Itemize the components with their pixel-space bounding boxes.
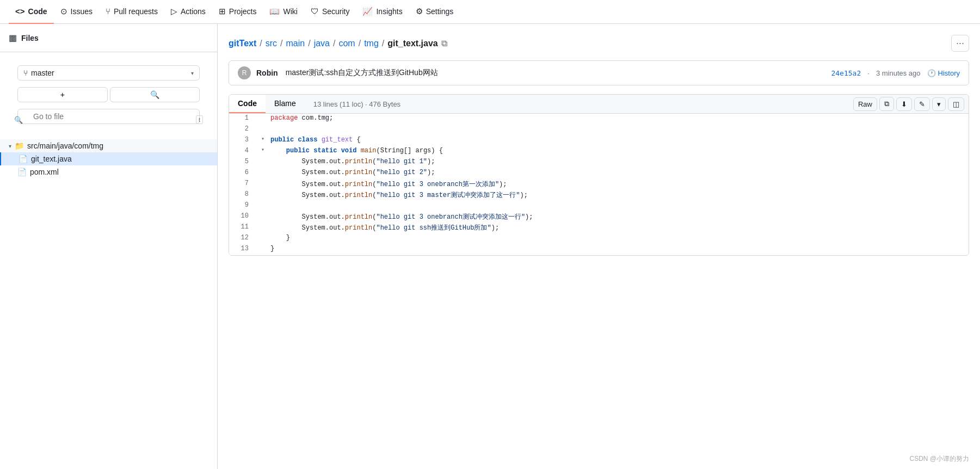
nav-wiki[interactable]: 📖 Wiki	[263, 0, 304, 24]
line-code-12: }	[268, 233, 969, 242]
breadcrumb-main[interactable]: main	[286, 39, 305, 48]
breadcrumb-sep-3: /	[308, 39, 310, 48]
line-code-8: System.out.println("hello git 3 master测试…	[268, 190, 969, 200]
folder-label: src/main/java/com/tmg	[27, 141, 103, 150]
line-number-12[interactable]: 12	[229, 233, 257, 242]
code-viewer: Code Blame 13 lines (11 loc) · 476 Bytes…	[229, 94, 969, 256]
code-line-13: 13 }	[229, 244, 969, 255]
line-number-13[interactable]: 13	[229, 244, 257, 252]
line-number-1[interactable]: 1	[229, 114, 257, 122]
nav-issues-label: Issues	[71, 7, 93, 16]
tree-file-pom[interactable]: 📄 pom.xml	[0, 165, 217, 178]
code-line-5: 5 System.out.println("hello git 1");	[229, 157, 969, 168]
code-line-6: 6 System.out.println("hello git 2");	[229, 168, 969, 179]
line-code-1: package com.tmg;	[268, 114, 969, 122]
sidebar: ▦ Files ⑂ master ▾ + 🔍 🔍 t	[0, 24, 218, 469]
breadcrumb-tmg[interactable]: tmg	[364, 39, 379, 48]
symbols-button[interactable]: ◫	[948, 97, 964, 111]
line-collapse-4[interactable]: ▾	[257, 146, 268, 153]
code-line-1: 1 package com.tmg;	[229, 114, 969, 125]
code-line-2: 2	[229, 125, 969, 135]
commit-time: 3 minutes ago	[876, 69, 921, 77]
history-button[interactable]: 🕐 History	[927, 69, 960, 77]
branch-name: master	[31, 69, 54, 77]
tree-file-git-text[interactable]: 📄 git_text.java	[0, 152, 217, 165]
line-number-6[interactable]: 6	[229, 168, 257, 176]
commit-author[interactable]: Robin	[256, 69, 278, 77]
history-label: History	[938, 69, 960, 77]
breadcrumb: gitText / src / main / java / com / tmg …	[229, 35, 969, 52]
actions-icon: ▷	[171, 7, 177, 16]
breadcrumb-file: git_text.java	[387, 39, 437, 48]
line-number-4[interactable]: 4	[229, 146, 257, 155]
breadcrumb-src[interactable]: src	[266, 39, 277, 48]
breadcrumb-sep-2: /	[280, 39, 282, 48]
add-file-button[interactable]: +	[17, 87, 108, 102]
line-number-7[interactable]: 7	[229, 179, 257, 187]
line-number-9[interactable]: 9	[229, 201, 257, 209]
search-file-input[interactable]	[17, 109, 200, 124]
commit-right: 24e15a2 · 3 minutes ago 🕐 History	[831, 69, 960, 77]
line-code-7: System.out.println("hello git 3 onebranc…	[268, 179, 969, 189]
line-number-11[interactable]: 11	[229, 223, 257, 231]
settings-icon: ⚙	[416, 7, 423, 16]
nav-actions-label: Actions	[181, 7, 206, 16]
nav-pull-requests-label: Pull requests	[114, 7, 158, 16]
nav-code[interactable]: <> Code	[9, 0, 54, 24]
nav-actions[interactable]: ▷ Actions	[164, 0, 212, 24]
issues-icon: ⊙	[60, 7, 67, 16]
code-line-10: 10 System.out.println("hello git 3 onebr…	[229, 212, 969, 223]
code-line-9: 9	[229, 201, 969, 212]
line-collapse-3[interactable]: ▾	[257, 135, 268, 142]
line-number-3[interactable]: 3	[229, 135, 257, 144]
copy-code-button[interactable]: ⧉	[879, 97, 894, 111]
insights-icon: 📈	[362, 7, 373, 16]
raw-button[interactable]: Raw	[853, 97, 877, 111]
search-file-button[interactable]: 🔍	[110, 87, 200, 102]
nav-issues[interactable]: ⊙ Issues	[54, 0, 99, 24]
line-number-8[interactable]: 8	[229, 190, 257, 198]
breadcrumb-sep-1: /	[260, 39, 262, 48]
breadcrumb-com[interactable]: com	[338, 39, 355, 48]
branch-selector[interactable]: ⑂ master ▾	[17, 65, 200, 81]
projects-icon: ⊞	[219, 7, 226, 16]
line-code-5: System.out.println("hello git 1");	[268, 157, 969, 166]
commit-hash[interactable]: 24e15a2	[831, 69, 861, 77]
file-icon-pom: 📄	[17, 168, 27, 176]
code-toolbar: Code Blame 13 lines (11 loc) · 476 Bytes…	[229, 95, 969, 114]
tab-blame[interactable]: Blame	[266, 95, 305, 113]
line-code-9	[268, 201, 969, 209]
nav-insights[interactable]: 📈 Insights	[356, 0, 409, 24]
line-code-11: System.out.println("hello git ssh推送到GitH…	[268, 223, 969, 233]
breadcrumb-root[interactable]: gitText	[229, 39, 256, 48]
commit-message: master测试:ssh自定义方式推送到GitHub网站	[286, 68, 438, 78]
line-number-10[interactable]: 10	[229, 212, 257, 220]
file-tree: ▾ 📁 src/main/java/com/tmg 📄 git_text.jav…	[0, 137, 217, 181]
nav-security-label: Security	[322, 7, 350, 16]
code-icon: <>	[15, 7, 25, 16]
tree-folder-src[interactable]: ▾ 📁 src/main/java/com/tmg	[0, 139, 217, 152]
nav-security[interactable]: 🛡 Security	[304, 0, 356, 24]
commit-bar: R Robin master测试:ssh自定义方式推送到GitHub网站 24e…	[229, 60, 969, 85]
copy-path-button[interactable]: ⧉	[441, 39, 447, 48]
file-name-git-text: git_text.java	[31, 155, 72, 163]
branch-icon: ⑂	[23, 69, 28, 77]
tab-code[interactable]: Code	[229, 95, 266, 113]
download-button[interactable]: ⬇	[896, 97, 912, 111]
line-number-5[interactable]: 5	[229, 157, 257, 165]
folder-open-icon: 📁	[15, 141, 24, 150]
nav-settings[interactable]: ⚙ Settings	[409, 0, 460, 24]
code-line-12: 12 }	[229, 233, 969, 244]
nav-projects[interactable]: ⊞ Projects	[212, 0, 263, 24]
more-options-button[interactable]: ···	[951, 35, 969, 52]
breadcrumb-sep-6: /	[382, 39, 384, 48]
branch-actions: + 🔍	[17, 87, 200, 102]
line-number-2[interactable]: 2	[229, 125, 257, 133]
edit-button[interactable]: ✎	[914, 97, 930, 111]
breadcrumb-java[interactable]: java	[314, 39, 330, 48]
nav-pull-requests[interactable]: ⑂ Pull requests	[99, 0, 164, 24]
code-line-7: 7 System.out.println("hello git 3 onebra…	[229, 179, 969, 190]
edit-more-button[interactable]: ▾	[932, 97, 946, 111]
nav-settings-label: Settings	[426, 7, 454, 16]
file-name-pom: pom.xml	[30, 168, 59, 176]
